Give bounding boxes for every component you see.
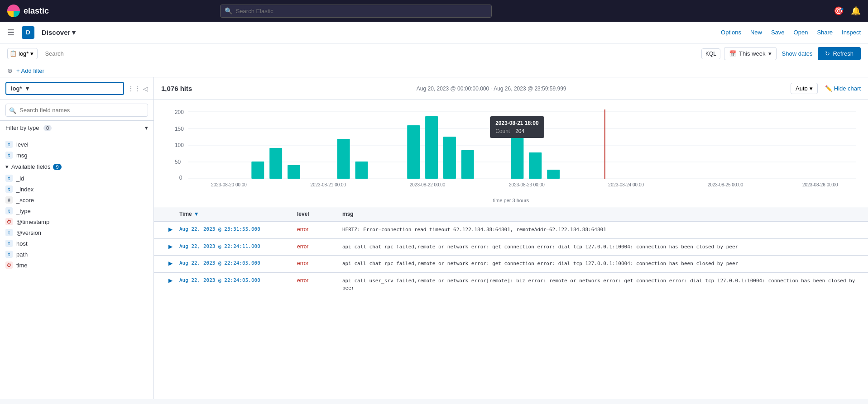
inspect-button[interactable]: Inspect	[842, 29, 861, 36]
field-item-type[interactable]: t _type	[0, 205, 153, 216]
svg-rect-21	[547, 170, 560, 179]
field-type-badge-timestamp: ⏱	[5, 218, 13, 225]
index-name: log*	[11, 85, 22, 92]
options-button[interactable]: Options	[721, 29, 741, 36]
field-item-timestamp[interactable]: ⏱ @timestamp	[0, 216, 153, 227]
add-filter-label: + Add filter	[16, 67, 44, 74]
elastic-logo[interactable]: elastic	[7, 5, 49, 17]
global-search-input[interactable]	[220, 5, 492, 18]
svg-text:100: 100	[175, 142, 184, 148]
row-expand-button-2[interactable]: ▶	[161, 243, 179, 250]
field-type-badge-id: t	[5, 175, 13, 182]
field-search-icon: 🔍	[9, 107, 16, 114]
col-time-header[interactable]: Time ▼	[179, 211, 297, 217]
available-fields-count: 9	[53, 164, 61, 170]
nav-right-icons: 🎯 🔔	[834, 6, 861, 16]
index-dropdown[interactable]: log*	[5, 82, 124, 95]
table-row: ▶ Aug 22, 2023 @ 22:24:11.000 error api …	[154, 239, 868, 256]
show-dates-button[interactable]: Show dates	[780, 48, 815, 60]
search-input[interactable]	[41, 48, 698, 59]
row-msg-3: api call chat rpc failed,remote or netwo…	[342, 260, 861, 268]
hide-chart-button[interactable]: ✏️ Hide chart	[825, 85, 861, 92]
table-row: ▶ Aug 22, 2023 @ 23:31:55.000 error HERT…	[154, 222, 868, 239]
filter-bar: ⊕ + Add filter	[0, 64, 868, 77]
field-type-badge-version: t	[5, 229, 13, 236]
add-filter-button[interactable]: + Add filter	[16, 67, 44, 74]
second-navbar: ☰ D Discover Options New Save Open Share…	[0, 22, 868, 43]
field-item-msg[interactable]: t msg	[0, 150, 153, 161]
hamburger-menu[interactable]: ☰	[7, 28, 14, 38]
sidebar-arrow-icon[interactable]: ◁	[143, 85, 148, 92]
refresh-label: Refresh	[833, 50, 854, 57]
interval-selector[interactable]: Auto	[791, 83, 818, 94]
sidebar-grid-icon[interactable]: ⋮⋮	[128, 85, 140, 92]
app-avatar: D	[22, 26, 34, 39]
table-row: ▶ Aug 22, 2023 @ 22:24:05.000 error api …	[154, 273, 868, 297]
row-level-3: error	[297, 260, 342, 266]
new-button[interactable]: New	[750, 29, 762, 36]
col-time-label: Time	[179, 211, 192, 217]
app-name-text: Discover	[42, 29, 70, 36]
index-dropdown-chevron	[26, 85, 29, 92]
svg-text:2023-08-25 00:00: 2023-08-25 00:00	[708, 182, 743, 187]
field-item-id[interactable]: t _id	[0, 173, 153, 184]
field-type-badge-index: t	[5, 185, 13, 193]
field-name-host: host	[16, 240, 28, 247]
field-item-score[interactable]: # _score	[0, 195, 153, 205]
app-title[interactable]: Discover	[42, 29, 76, 37]
index-pattern-chevron	[30, 50, 34, 57]
row-expand-button-4[interactable]: ▶	[161, 277, 179, 284]
refresh-button[interactable]: ↻ Refresh	[818, 47, 861, 60]
filter-icon: ⊕	[7, 67, 13, 74]
svg-rect-20	[529, 152, 542, 179]
field-type-badge-host: t	[5, 240, 13, 247]
refresh-icon: ↻	[825, 50, 830, 57]
row-expand-button-3[interactable]: ▶	[161, 260, 179, 266]
svg-text:2023-08-26 00:00: 2023-08-26 00:00	[802, 182, 838, 187]
user-icon[interactable]: 🎯	[834, 6, 844, 16]
row-time-4: Aug 22, 2023 @ 22:24:05.000	[179, 277, 297, 283]
row-time-2: Aug 22, 2023 @ 22:24:11.000	[179, 243, 297, 249]
global-search-icon: 🔍	[225, 7, 232, 14]
field-name-path: path	[16, 251, 28, 258]
row-time-3: Aug 22, 2023 @ 22:24:05.000	[179, 260, 297, 266]
open-button[interactable]: Open	[794, 29, 808, 36]
field-item-path[interactable]: t path	[0, 249, 153, 260]
field-item-level[interactable]: t level	[0, 139, 153, 150]
svg-rect-15	[407, 125, 420, 179]
index-pattern-selector[interactable]: 📋 log*	[7, 48, 38, 59]
chart-container: 200 150 100 50 0	[154, 100, 868, 207]
field-type-badge-time: ⏱	[5, 261, 13, 269]
field-item-time[interactable]: ⏱ time	[0, 260, 153, 271]
fields-list: t level t msg ▾ Available fields 9 t _id…	[0, 135, 153, 399]
filter-type-count: 0	[43, 125, 52, 131]
kql-toggle[interactable]: KQL	[701, 48, 720, 59]
main-layout: log* ⋮⋮ ◁ 🔍 Filter by type 0 t level	[0, 77, 868, 399]
svg-text:200: 200	[175, 109, 184, 115]
field-name-type: _type	[16, 208, 31, 214]
index-pattern-icon: 📋	[10, 50, 17, 57]
field-name-msg: msg	[16, 152, 28, 159]
field-search-input[interactable]	[5, 104, 148, 117]
hits-count: 1,076 hits	[161, 85, 192, 92]
save-button[interactable]: Save	[771, 29, 785, 36]
notifications-icon[interactable]: 🔔	[851, 6, 861, 16]
global-search[interactable]: 🔍	[220, 5, 492, 18]
content-area: 1,076 hits Aug 20, 2023 @ 00:00:00.000 -…	[154, 77, 868, 399]
field-item-version[interactable]: t @version	[0, 227, 153, 238]
row-level-4: error	[297, 277, 342, 284]
filter-by-type[interactable]: Filter by type 0	[0, 121, 153, 135]
field-item-index[interactable]: t _index	[0, 184, 153, 195]
table-row: ▶ Aug 22, 2023 @ 22:24:05.000 error api …	[154, 256, 868, 273]
share-button[interactable]: Share	[817, 29, 833, 36]
hide-chart-icon: ✏️	[825, 85, 832, 92]
time-picker[interactable]: 📅 This week	[724, 47, 777, 60]
field-type-badge-level: t	[5, 141, 13, 148]
index-pattern-label: log*	[19, 50, 29, 57]
field-item-host[interactable]: t host	[0, 238, 153, 249]
row-expand-button-1[interactable]: ▶	[161, 226, 179, 233]
available-section-chevron: ▾	[5, 163, 9, 170]
row-level-2: error	[297, 243, 342, 250]
available-fields-section[interactable]: ▾ Available fields 9	[0, 161, 153, 173]
field-name-id: _id	[16, 175, 24, 182]
